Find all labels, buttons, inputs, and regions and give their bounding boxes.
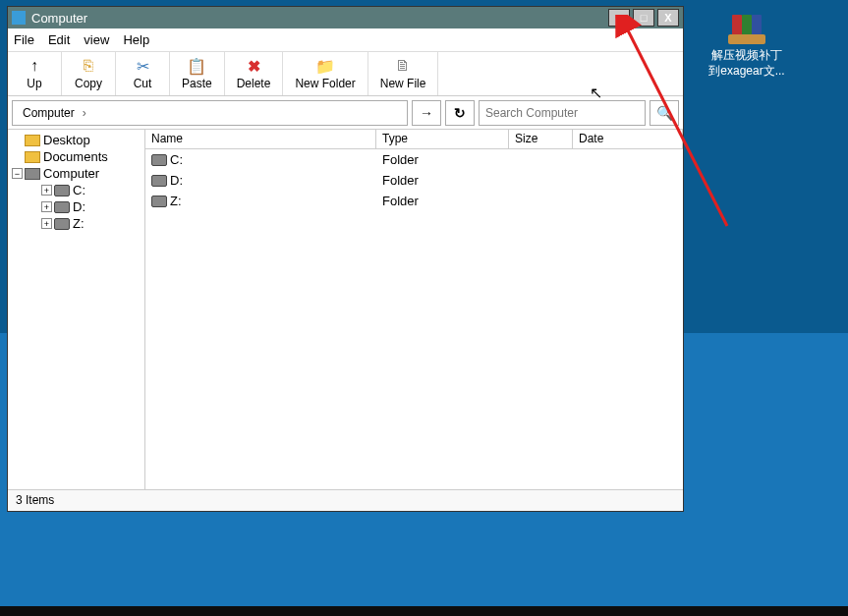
file-manager-window: Computer _ □ X File Edit view Help ↑ Up …	[7, 6, 684, 512]
status-text: 3 Items	[16, 493, 54, 507]
menu-help[interactable]: Help	[123, 32, 149, 47]
column-name[interactable]: Name	[145, 130, 376, 148]
cell-size	[509, 151, 573, 168]
app-icon	[12, 11, 26, 25]
cell-name: D:	[170, 173, 183, 188]
delete-button[interactable]: ✖ Delete	[225, 52, 284, 95]
desktop-shortcut[interactable]: 解压视频补丁 到exagear文...	[707, 13, 786, 79]
new-file-button[interactable]: 🗎 New File	[368, 52, 439, 95]
computer-icon	[25, 168, 40, 180]
drive-icon	[54, 185, 70, 196]
tree-expand-icon[interactable]: +	[41, 185, 52, 196]
copy-button[interactable]: ⎘ Copy	[62, 52, 116, 95]
drive-icon	[54, 201, 70, 213]
tree-label: Desktop	[43, 133, 90, 147]
folder-icon	[25, 151, 40, 163]
cell-type: Folder	[376, 151, 509, 168]
copy-icon: ⎘	[80, 57, 97, 75]
tree-expand-icon[interactable]: +	[41, 218, 52, 229]
column-type[interactable]: Type	[376, 130, 509, 148]
column-size[interactable]: Size	[509, 130, 573, 148]
tree-drive-c[interactable]: + C:	[10, 182, 142, 198]
delete-label: Delete	[237, 77, 271, 90]
desktop-icon-label: 解压视频补丁 到exagear文...	[708, 48, 784, 79]
cell-size	[509, 193, 573, 209]
list-item[interactable]: C: Folder	[145, 149, 683, 170]
breadcrumb-segment[interactable]: Computer	[19, 106, 79, 120]
search-icon: 🔍	[656, 105, 673, 121]
toolbar: ↑ Up ⎘ Copy ✂ Cut 📋 Paste ✖ Delete 📁 New…	[8, 52, 683, 96]
breadcrumb[interactable]: Computer ›	[12, 100, 408, 126]
sidebar-tree: Desktop Documents − Computer + C: + D:	[8, 130, 145, 489]
cell-type: Folder	[376, 172, 509, 189]
list-item[interactable]: Z: Folder	[145, 191, 683, 211]
new-folder-label: New Folder	[295, 77, 355, 90]
tree-desktop[interactable]: Desktop	[10, 132, 142, 148]
address-bar: Computer › → ↻ 🔍	[8, 96, 683, 130]
tree-expand-icon[interactable]: +	[41, 201, 52, 212]
window-title: Computer	[31, 11, 608, 26]
new-folder-icon: 📁	[316, 57, 334, 75]
search-button[interactable]: 🔍	[650, 100, 679, 126]
new-file-label: New File	[380, 77, 426, 90]
column-date[interactable]: Date	[573, 130, 683, 148]
drive-icon	[151, 154, 167, 166]
tree-collapse-icon[interactable]: −	[12, 168, 23, 179]
up-arrow-icon: ↑	[26, 57, 43, 75]
up-button[interactable]: ↑ Up	[8, 52, 62, 95]
titlebar[interactable]: Computer _ □ X	[8, 7, 683, 28]
tree-label: D:	[73, 199, 85, 214]
paste-label: Paste	[182, 77, 212, 90]
tree-drive-z[interactable]: + Z:	[10, 215, 142, 232]
tree-label: Computer	[43, 166, 99, 181]
tree-label: C:	[73, 183, 85, 197]
content-area: Desktop Documents − Computer + C: + D:	[8, 130, 683, 489]
cell-type: Folder	[376, 193, 509, 209]
new-file-icon: 🗎	[394, 57, 412, 75]
menu-view[interactable]: view	[84, 32, 109, 47]
list-item[interactable]: D: Folder	[145, 170, 683, 191]
tree-computer[interactable]: − Computer	[10, 165, 142, 182]
cut-icon: ✂	[134, 57, 151, 75]
cell-date	[573, 151, 683, 168]
minimize-button[interactable]: _	[608, 9, 630, 27]
maximize-button[interactable]: □	[633, 9, 654, 27]
menubar: File Edit view Help	[8, 28, 683, 52]
file-list: Name Type Size Date C: Folder D: Folder	[145, 130, 683, 489]
tree-label: Z:	[73, 216, 85, 231]
menu-file[interactable]: File	[14, 32, 34, 47]
folder-icon	[25, 135, 40, 146]
paste-button[interactable]: 📋 Paste	[170, 52, 225, 95]
paste-icon: 📋	[188, 57, 205, 75]
new-folder-button[interactable]: 📁 New Folder	[283, 52, 367, 95]
tree-documents[interactable]: Documents	[10, 148, 142, 165]
tree-drive-d[interactable]: + D:	[10, 198, 142, 215]
close-button[interactable]: X	[657, 9, 679, 27]
cut-label: Cut	[134, 77, 152, 90]
tree-label: Documents	[43, 149, 108, 164]
archive-icon	[726, 13, 767, 44]
cell-name: C:	[170, 152, 183, 167]
menu-edit[interactable]: Edit	[48, 32, 70, 47]
list-body: C: Folder D: Folder Z: Folder	[145, 149, 683, 489]
status-bar: 3 Items	[8, 489, 683, 511]
search-input[interactable]	[479, 100, 646, 126]
cell-name: Z:	[170, 194, 182, 208]
go-button[interactable]: →	[412, 100, 441, 126]
drive-icon	[54, 218, 70, 230]
refresh-button[interactable]: ↻	[445, 100, 475, 126]
drive-icon	[151, 196, 167, 207]
cell-size	[509, 172, 573, 189]
cut-button[interactable]: ✂ Cut	[116, 52, 170, 95]
delete-icon: ✖	[245, 57, 262, 75]
taskbar[interactable]	[0, 606, 848, 616]
cell-date	[573, 172, 683, 189]
copy-label: Copy	[75, 77, 102, 90]
window-controls: _ □ X	[608, 9, 679, 27]
up-label: Up	[27, 77, 41, 90]
list-header: Name Type Size Date	[145, 130, 683, 149]
cell-date	[573, 193, 683, 209]
chevron-right-icon[interactable]: ›	[79, 106, 90, 120]
drive-icon	[151, 175, 167, 187]
